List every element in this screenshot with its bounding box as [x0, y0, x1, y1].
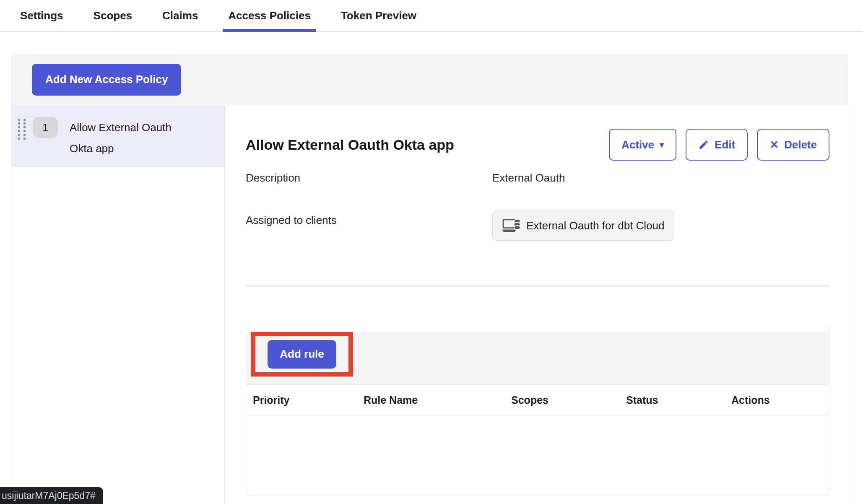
status-dropdown-button[interactable]: Active ▾	[609, 129, 676, 161]
caret-down-icon: ▾	[660, 140, 664, 149]
description-row: Description External Oauth	[246, 171, 829, 184]
delete-button[interactable]: ✕ Delete	[757, 129, 829, 161]
detail-title-row: Allow External Oauth Okta app Active ▾ E…	[246, 129, 829, 161]
assigned-clients-label: Assigned to clients	[246, 210, 492, 227]
tab-settings[interactable]: Settings	[20, 0, 63, 31]
annotation-highlight-box: Add rule	[251, 332, 353, 377]
pencil-icon	[698, 139, 709, 150]
policy-info: Description External Oauth Assigned to c…	[246, 171, 829, 241]
rules-table-empty-body	[246, 416, 829, 501]
link-preview-status-bar: usijiutarM7Aj0Ep5d7#	[0, 487, 103, 504]
client-app-icon	[502, 218, 520, 233]
section-divider	[246, 286, 829, 286]
policy-action-buttons: Active ▾ Edit ✕ Delete	[609, 129, 829, 161]
policy-list-item[interactable]: 1 Allow External Oauth Okta app	[11, 105, 224, 167]
tab-token-preview[interactable]: Token Preview	[341, 0, 416, 31]
card-body: 1 Allow External Oauth Okta app Allow Ex…	[11, 105, 848, 504]
access-policies-card: Add New Access Policy 1 Allow External O…	[11, 54, 848, 504]
delete-label: Delete	[784, 138, 817, 151]
column-priority: Priority	[253, 394, 364, 406]
rules-panel-header: Add rule	[246, 332, 829, 385]
column-status: Status	[626, 394, 731, 406]
column-rule-name: Rule Name	[364, 394, 511, 406]
add-new-access-policy-button[interactable]: Add New Access Policy	[32, 64, 181, 96]
card-toolbar: Add New Access Policy	[11, 54, 848, 105]
column-scopes: Scopes	[511, 394, 626, 406]
status-label: Active	[621, 138, 654, 151]
tab-scopes[interactable]: Scopes	[94, 0, 133, 31]
tab-claims[interactable]: Claims	[162, 0, 198, 31]
drag-handle-icon[interactable]	[18, 119, 26, 140]
add-rule-button[interactable]: Add rule	[268, 340, 336, 369]
client-chip-label: External Oauth for dbt Cloud	[526, 219, 665, 232]
rules-panel: Add rule Priority Rule Name Scopes Statu…	[246, 326, 829, 496]
policy-name: Allow External Oauth Okta app	[70, 117, 187, 159]
tab-access-policies[interactable]: Access Policies	[228, 0, 311, 31]
edit-button[interactable]: Edit	[686, 129, 748, 161]
tab-bar: Settings Scopes Claims Access Policies T…	[0, 0, 863, 32]
policy-detail-pane: Allow External Oauth Okta app Active ▾ E…	[225, 105, 848, 504]
rules-table-header: Priority Rule Name Scopes Status Actions	[246, 385, 829, 416]
description-value: External Oauth	[492, 171, 565, 184]
close-icon: ✕	[769, 139, 779, 150]
assigned-clients-row: Assigned to clients External Oauth for d	[246, 210, 829, 241]
column-actions: Actions	[731, 394, 829, 406]
policy-priority-badge: 1	[33, 117, 58, 138]
edit-label: Edit	[715, 138, 735, 151]
policy-list: 1 Allow External Oauth Okta app	[11, 105, 225, 504]
policy-title: Allow External Oauth Okta app	[246, 137, 454, 153]
description-label: Description	[246, 171, 492, 184]
client-chip[interactable]: External Oauth for dbt Cloud	[492, 210, 674, 241]
